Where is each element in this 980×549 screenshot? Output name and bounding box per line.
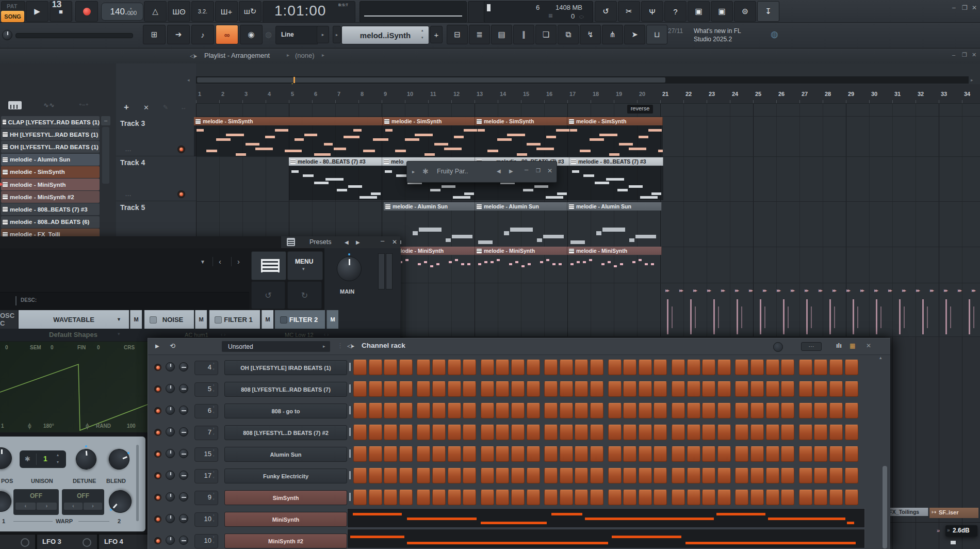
pattern-item[interactable]: OH [LYFESTYL..RAD BEATS (1)	[1, 141, 100, 153]
touch-knob-icon[interactable]: ◉	[240, 25, 263, 44]
news-globe-icon[interactable]: ◍	[771, 29, 778, 40]
channel-name-button[interactable]: 808 - go to	[224, 403, 347, 418]
step-button[interactable]	[750, 403, 764, 418]
step-button[interactable]	[384, 381, 397, 397]
step-button[interactable]	[399, 446, 413, 462]
tab-mute-cell[interactable]: M	[130, 310, 142, 329]
tab-mute-cell[interactable]: M	[195, 310, 207, 329]
step-button[interactable]	[781, 468, 794, 483]
osc-pos-knob[interactable]	[0, 447, 12, 469]
step-button[interactable]	[463, 403, 476, 418]
step-button[interactable]	[544, 403, 558, 418]
step-button[interactable]	[481, 490, 494, 505]
step-button[interactable]	[750, 381, 764, 397]
warp-arrow-button[interactable]: ›	[37, 503, 57, 510]
step-button[interactable]	[654, 490, 667, 505]
channel-number-stepper2[interactable]: ‹	[213, 432, 214, 436]
step-button[interactable]	[353, 490, 367, 505]
clip-simsynth[interactable]: melodie - SimSynth	[383, 117, 475, 125]
step-button[interactable]	[575, 360, 588, 375]
ruler-bar-number[interactable]: 9	[384, 91, 387, 97]
step-button[interactable]	[829, 381, 843, 397]
rail-piano-icon[interactable]	[8, 101, 22, 109]
filter-arrows[interactable]: ‹ ›	[324, 332, 329, 337]
step-button[interactable]	[590, 468, 603, 483]
render-icon[interactable]: ↧	[757, 1, 779, 22]
synth-tab-osc-c[interactable]: OSC C	[0, 310, 18, 329]
unison-stepper[interactable]: ▴	[57, 453, 59, 457]
step-button[interactable]	[463, 425, 476, 440]
fruity-close-button[interactable]: ✕	[547, 167, 552, 174]
step-button[interactable]	[353, 403, 367, 418]
channel-mute-led[interactable]	[154, 364, 161, 371]
playlist-close-button[interactable]: ✕	[972, 52, 976, 58]
step-button[interactable]	[654, 446, 667, 462]
step-button[interactable]	[799, 468, 812, 483]
ruler-bar-number[interactable]: 20	[639, 91, 645, 97]
save-new-version-icon[interactable]: ▣	[711, 1, 733, 22]
step-button[interactable]	[496, 381, 509, 397]
step-button[interactable]	[496, 360, 509, 375]
step-button[interactable]	[672, 360, 685, 375]
osc-keytrack[interactable]: 1	[1, 423, 4, 429]
clip-alumin[interactable]: melodie - Alumin Sun	[384, 202, 475, 211]
step-button[interactable]	[845, 381, 858, 397]
warp1-mode-box[interactable]: OFF‹›	[13, 489, 59, 515]
step-button[interactable]	[369, 425, 382, 440]
shuffle-slider[interactable]	[15, 33, 133, 38]
copy-icon[interactable]: ⧉	[558, 25, 579, 44]
step-button[interactable]	[417, 425, 430, 440]
channel-number-stepper2[interactable]: ‹	[213, 389, 214, 393]
step-button[interactable]	[654, 381, 667, 397]
step-button[interactable]	[781, 446, 794, 462]
step-button[interactable]	[481, 403, 494, 418]
step-button[interactable]	[353, 425, 367, 440]
step-button[interactable]	[481, 446, 494, 462]
bpm-display[interactable]: 140.000▴▾	[101, 3, 143, 21]
step-button[interactable]	[384, 446, 397, 462]
ruler-bar-number[interactable]: 18	[593, 91, 599, 97]
step-button[interactable]	[432, 403, 446, 418]
channel-volume-knob[interactable]	[179, 427, 188, 437]
step-button[interactable]	[799, 360, 812, 375]
step-button[interactable]	[845, 425, 858, 440]
step-button[interactable]	[672, 425, 685, 440]
plugin-icon[interactable]: ↯	[580, 25, 601, 44]
step-button[interactable]	[448, 360, 461, 375]
channel-number-stepper2[interactable]: ‹	[213, 497, 214, 501]
step-button[interactable]	[799, 490, 812, 505]
step-button[interactable]	[369, 381, 382, 397]
step-button[interactable]	[750, 360, 764, 375]
playlist-resize-icon[interactable]: ↔	[181, 104, 187, 111]
ruler-bar-number[interactable]: 26	[778, 91, 785, 97]
channel-name-button[interactable]: Alumin Sun	[224, 447, 347, 462]
clip-simsynth[interactable]: melodie - SimSynth	[475, 117, 567, 125]
step-button[interactable]	[448, 490, 461, 505]
step-button[interactable]	[496, 490, 509, 505]
step-button[interactable]	[432, 425, 446, 440]
channel-volume-knob[interactable]	[179, 492, 188, 502]
loop-record-icon[interactable]: ш↻	[239, 1, 262, 22]
pattern-item[interactable]: melodie - 808..AD BEATS (6)	[1, 216, 100, 228]
step-button[interactable]	[463, 381, 476, 397]
step-button[interactable]	[829, 468, 843, 483]
step-button[interactable]	[717, 360, 731, 375]
step-button[interactable]	[623, 468, 636, 483]
playlist-scroll-right[interactable]: ▸	[971, 77, 973, 83]
presets-close-button[interactable]: ✕	[392, 238, 397, 246]
cut-icon[interactable]: ✂	[618, 1, 640, 22]
clip-simsynth[interactable]: melodie - SimSynth	[567, 117, 663, 125]
bpm-stepper[interactable]: ▴	[130, 6, 132, 10]
ruler-bar-number[interactable]: 10	[407, 91, 413, 97]
step-button[interactable]	[702, 468, 715, 483]
step-button[interactable]	[639, 360, 652, 375]
channel-name-button[interactable]: 808 [LYFESTYLE..RAD BEATS (7)	[224, 382, 347, 397]
add-channel-button[interactable]: +	[430, 26, 443, 43]
channel-number-stepper2[interactable]: ‹	[213, 454, 214, 458]
step-button[interactable]	[384, 403, 397, 418]
main-knob[interactable]	[337, 256, 362, 281]
step-button[interactable]	[799, 381, 812, 397]
step-button[interactable]	[702, 425, 715, 440]
selector-prev-arrow[interactable]: ▸	[333, 26, 341, 43]
step-button[interactable]	[575, 468, 588, 483]
